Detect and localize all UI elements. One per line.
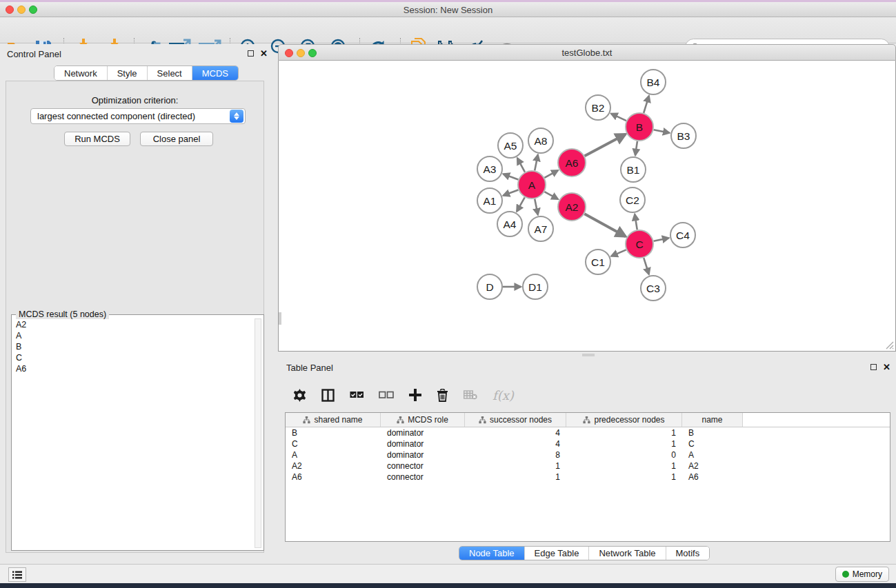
deselect-all-rows-icon[interactable] [379, 391, 394, 399]
column-header-shared-name[interactable]: shared name [286, 413, 381, 427]
float-panel-icon[interactable] [870, 364, 877, 370]
table-cell[interactable]: A2 [286, 461, 381, 471]
table-cell[interactable]: 4 [465, 428, 566, 438]
node-A8[interactable]: A8 [528, 128, 553, 153]
memory-button[interactable]: Memory [835, 567, 889, 582]
node-C1[interactable]: C1 [586, 250, 610, 274]
add-column-icon[interactable] [409, 389, 421, 401]
table-cell[interactable]: A2 [682, 461, 743, 471]
tab-select[interactable]: Select [148, 66, 192, 80]
node-A4[interactable]: A4 [497, 212, 522, 236]
mcds-result-item[interactable]: A2 [13, 319, 256, 330]
table-cell[interactable]: A [682, 450, 743, 460]
table-cell[interactable]: B [682, 428, 743, 438]
edge-B-B4[interactable] [644, 96, 649, 113]
run-mcds-button[interactable]: Run MCDS [64, 132, 130, 146]
table-cell[interactable]: dominator [381, 428, 465, 438]
edge-A2-C[interactable] [584, 214, 625, 236]
edge-A-A7[interactable] [535, 199, 538, 215]
table-cell[interactable]: 1 [566, 472, 682, 482]
edge-B-B2[interactable] [611, 114, 626, 121]
column-header-successor-nodes[interactable]: successor nodes [465, 413, 566, 427]
edge-C-C1[interactable] [611, 250, 626, 256]
node-C3[interactable]: C3 [641, 276, 666, 301]
tab-motifs[interactable]: Motifs [666, 547, 710, 560]
float-panel-icon[interactable] [248, 50, 254, 57]
table-cell[interactable]: C [682, 439, 743, 449]
mcds-result-item[interactable]: C [13, 352, 256, 363]
network-canvas[interactable]: B4B2BB3B1C2A5A8A6A3AA1A2A4A7C4CC1C3DD1 [278, 61, 896, 352]
close-panel-icon[interactable]: ✕ [260, 48, 268, 59]
table-cell[interactable]: 1 [465, 472, 566, 482]
column-header-name[interactable]: name [682, 413, 743, 427]
delete-table-icon[interactable] [464, 390, 477, 400]
table-cell[interactable]: 4 [465, 439, 566, 449]
tab-network-table[interactable]: Network Table [589, 547, 666, 560]
table-row[interactable]: A2connector11A2 [286, 460, 890, 472]
show-column-icon[interactable] [321, 389, 335, 402]
task-history-button[interactable] [8, 567, 26, 582]
table-cell[interactable]: 1 [566, 461, 682, 471]
edge-A6-B[interactable] [585, 134, 626, 156]
edge-C-C2[interactable] [635, 214, 637, 230]
mcds-result-item[interactable]: A6 [13, 363, 256, 374]
table-cell[interactable]: 8 [465, 450, 566, 460]
table-row[interactable]: Bdominator41B [286, 427, 890, 438]
tab-edge-table[interactable]: Edge Table [525, 547, 590, 560]
edge-A-A1[interactable] [504, 190, 519, 195]
node-A1[interactable]: A1 [477, 188, 502, 213]
splitter-handle[interactable] [279, 312, 281, 325]
table-cell[interactable]: A [286, 450, 381, 460]
optimization-criterion-dropdown[interactable]: largest connected component (directed) [30, 108, 246, 124]
select-all-rows-icon[interactable] [350, 391, 364, 399]
node-C[interactable]: C [626, 230, 653, 258]
node-A3[interactable]: A3 [477, 156, 502, 181]
table-cell[interactable]: 1 [566, 428, 682, 438]
edge-A-A5[interactable] [517, 158, 525, 172]
table-row[interactable]: Adominator80A [286, 449, 890, 460]
table-cell[interactable]: 0 [566, 450, 682, 460]
network-window-titlebar[interactable]: testGlobe.txt [278, 44, 896, 61]
table-cell[interactable]: 1 [465, 461, 566, 471]
node-B[interactable]: B [626, 113, 653, 141]
window-resize-grip[interactable] [885, 341, 894, 349]
table-cell[interactable]: B [286, 428, 381, 438]
tab-node-table[interactable]: Node Table [459, 547, 525, 560]
delete-column-icon[interactable] [437, 389, 448, 402]
node-A6[interactable]: A6 [558, 149, 586, 176]
table-cell[interactable]: A6 [682, 472, 743, 482]
close-panel-button[interactable]: Close panel [140, 132, 213, 146]
edge-A-A3[interactable] [504, 174, 519, 179]
table-row[interactable]: Cdominator41C [286, 438, 890, 449]
mcds-result-item[interactable]: B [13, 341, 256, 352]
tab-mcds[interactable]: MCDS [192, 66, 238, 80]
node-D1[interactable]: D1 [523, 274, 548, 299]
edge-A-A4[interactable] [517, 197, 524, 211]
node-D[interactable]: D [477, 274, 502, 299]
table-cell[interactable]: 1 [566, 439, 682, 449]
node-B2[interactable]: B2 [586, 95, 610, 120]
tab-style[interactable]: Style [108, 66, 148, 80]
node-A5[interactable]: A5 [498, 133, 523, 158]
function-builder-icon[interactable]: f(x) [492, 388, 514, 403]
table-cell[interactable]: C [286, 439, 381, 449]
mcds-result-item[interactable]: A [13, 330, 256, 341]
edge-A-A6[interactable] [544, 170, 557, 178]
mcds-list-scrollbar[interactable] [255, 318, 261, 548]
edge-B-B3[interactable] [654, 130, 670, 133]
table-cell[interactable]: connector [381, 472, 465, 482]
column-header-MCDS-role[interactable]: MCDS role [381, 413, 465, 427]
edge-A-A8[interactable] [535, 155, 538, 171]
tab-network[interactable]: Network [54, 66, 108, 80]
edge-C-C4[interactable] [654, 238, 669, 241]
close-panel-icon[interactable]: ✕ [883, 362, 890, 372]
edge-C-C3[interactable] [644, 258, 648, 274]
table-cell[interactable]: dominator [381, 439, 465, 449]
table-cell[interactable]: A6 [286, 472, 381, 482]
node-B3[interactable]: B3 [671, 123, 696, 148]
node-table[interactable]: shared nameMCDS rolesuccessor nodesprede… [285, 412, 890, 542]
network-graph[interactable]: B4B2BB3B1C2A5A8A6A3AA1A2A4A7C4CC1C3DD1 [279, 61, 896, 350]
node-B1[interactable]: B1 [621, 157, 646, 182]
splitter-handle[interactable] [582, 354, 595, 356]
table-cell[interactable]: connector [381, 461, 465, 471]
